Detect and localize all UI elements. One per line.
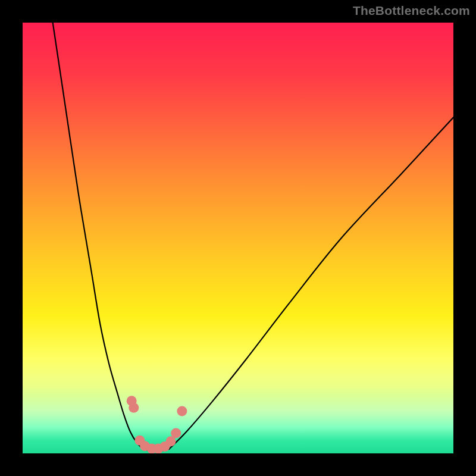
lower-gradient-bands <box>23 359 453 453</box>
marker-point <box>127 396 137 406</box>
marker-point <box>171 428 181 438</box>
marker-point <box>129 403 139 413</box>
watermark-text: TheBottleneck.com <box>353 4 470 18</box>
marker-point <box>140 441 150 451</box>
marker-point <box>177 406 187 416</box>
marker-point <box>147 444 157 453</box>
marker-point <box>159 441 170 452</box>
chart-frame: TheBottleneck.com <box>0 0 476 476</box>
marker-point <box>134 436 145 446</box>
marker-point <box>166 436 176 446</box>
plot-area <box>23 23 453 453</box>
curve-right <box>169 117 453 449</box>
curve-floor <box>143 449 169 451</box>
curve-overlay <box>23 23 453 453</box>
curve-left <box>53 23 143 449</box>
marker-point <box>154 444 164 453</box>
markers-group <box>127 396 187 453</box>
